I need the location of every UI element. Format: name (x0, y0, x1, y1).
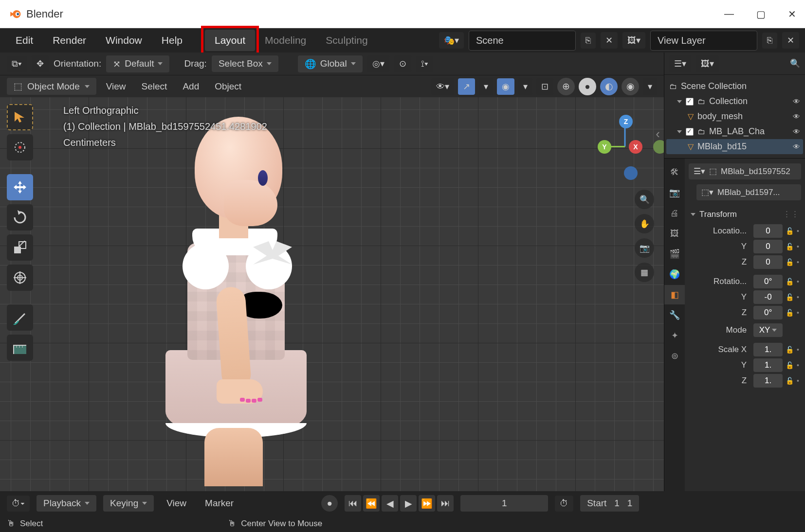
props-tab-world[interactable]: 🌍 (664, 265, 685, 284)
minimize-button[interactable]: — (724, 8, 734, 20)
location-z-value[interactable]: 0 (753, 255, 783, 269)
outliner-display-mode-icon[interactable]: ☰▾ (669, 55, 691, 72)
props-tab-viewlayer[interactable]: 🖼 (664, 224, 685, 243)
visibility-dropdown-icon[interactable]: 👁▾ (431, 78, 454, 95)
keyframe-dot-icon[interactable]: • (797, 309, 799, 317)
preview-range-icon[interactable]: ⏱ (555, 496, 573, 512)
delete-scene-icon[interactable]: ✕ (601, 32, 618, 49)
viewport-menu-select[interactable]: Select (136, 78, 173, 95)
scale-z-value[interactable]: 1. (753, 374, 783, 388)
menu-edit[interactable]: Edit (6, 30, 43, 51)
outliner-mesh-item-active[interactable]: ▽ MBlab_bd15 👁 (666, 139, 803, 154)
outliner-collection[interactable]: 🗀 Collection 👁 (666, 94, 803, 109)
props-tab-modifiers[interactable]: 🔧 (664, 305, 685, 325)
shading-wireframe-icon[interactable]: ⊕ (557, 78, 575, 95)
lock-icon[interactable]: 🔓 (786, 243, 794, 250)
props-tab-particles[interactable]: ✦ (664, 326, 685, 345)
next-keyframe-icon[interactable]: ⏩ (419, 495, 435, 512)
viewport-3d[interactable]: Left Orthographic (1) Collection | MBlab… (0, 97, 664, 491)
tool-cursor[interactable] (7, 134, 33, 160)
viewport-menu-add[interactable]: Add (177, 78, 205, 95)
tool-scale[interactable] (7, 234, 33, 261)
overlay-toggle-icon[interactable]: ◉ (497, 78, 514, 95)
outliner-scene-collection[interactable]: 🗀 Scene Collection (666, 79, 803, 94)
outliner-filter-icon[interactable]: 🖼▾ (696, 55, 719, 72)
mode-dropdown[interactable]: ⬚ Object Mode (7, 78, 96, 95)
jump-end-icon[interactable]: ⏭ (437, 495, 454, 512)
snap-icon[interactable]: ⧉▾ (7, 56, 27, 72)
scene-name-input[interactable] (469, 31, 576, 51)
lock-icon[interactable]: 🔓 (786, 278, 794, 285)
play-reverse-icon[interactable]: ◀ (382, 495, 398, 512)
drag-dropdown[interactable]: Select Box (212, 55, 278, 72)
menu-help[interactable]: Help (152, 30, 192, 51)
viewport-menu-object[interactable]: Object (209, 78, 247, 95)
proportional-edit-icon[interactable]: ◎▾ (367, 55, 389, 72)
overlay-options-icon[interactable]: ▾ (518, 78, 532, 95)
outliner-collection[interactable]: 🗀 MB_LAB_Cha 👁 (666, 124, 803, 139)
props-tab-scene[interactable]: 🎬 (664, 244, 685, 264)
search-icon[interactable]: 🔍 (790, 58, 800, 69)
rotation-x-value[interactable]: 0° (753, 275, 783, 288)
menu-window[interactable]: Window (96, 30, 152, 51)
location-y-value[interactable]: 0 (753, 240, 783, 253)
tool-annotate[interactable] (7, 304, 33, 331)
menu-render[interactable]: Render (43, 30, 96, 51)
props-breadcrumb-2[interactable]: ⬚▾ MBlab_bd1597... (696, 184, 801, 200)
browse-scene-icon[interactable]: 🎭▾ (439, 32, 464, 49)
navigation-gizmo[interactable]: X Y Z (601, 122, 649, 170)
axis-x[interactable]: X (629, 140, 642, 154)
toggle-ortho-icon[interactable]: ▦ (635, 263, 654, 282)
axis-neg-z[interactable] (624, 166, 638, 180)
snap-options-icon[interactable]: ⟟▾ (416, 56, 433, 72)
shading-options-icon[interactable]: ▾ (643, 78, 657, 95)
autokey-icon[interactable]: ● (321, 495, 338, 512)
visibility-icon[interactable]: 👁 (793, 112, 800, 121)
pan-icon[interactable]: ✋ (635, 214, 654, 233)
current-frame-input[interactable]: 1 (460, 495, 548, 512)
tool-move[interactable] (7, 174, 33, 200)
jump-start-icon[interactable]: ⏮ (345, 495, 361, 512)
camera-view-icon[interactable]: 📷 (635, 238, 654, 258)
shading-rendered-icon[interactable]: ◉ (622, 78, 639, 95)
keyframe-dot-icon[interactable]: • (797, 243, 799, 250)
browse-viewlayer-icon[interactable]: 🖼▾ (622, 32, 645, 49)
rotation-mode-dropdown[interactable]: XY (753, 323, 783, 337)
scale-x-value[interactable]: 1. (753, 343, 783, 356)
n-panel-toggle-icon[interactable]: ‹ (656, 126, 660, 142)
viewlayer-name-input[interactable] (650, 31, 757, 51)
location-x-value[interactable]: 0 (753, 224, 783, 238)
shading-solid-icon[interactable]: ● (579, 78, 596, 95)
gizmo-toggle-icon[interactable]: ↗ (458, 78, 475, 95)
axis-y[interactable]: Y (598, 140, 611, 154)
props-tab-object[interactable]: ◧ (664, 285, 685, 304)
gizmo-options-icon[interactable]: ▾ (479, 78, 493, 95)
scale-y-value[interactable]: 1. (753, 358, 783, 372)
collection-checkbox[interactable] (686, 128, 694, 136)
orientation-dropdown[interactable]: ⤧ Default (106, 55, 169, 72)
props-tab-render[interactable]: 📷 (664, 183, 685, 202)
axis-neg-y[interactable] (653, 140, 664, 154)
expand-icon[interactable] (677, 130, 682, 133)
workspace-tab-modeling[interactable]: Modeling (255, 30, 316, 51)
lock-icon[interactable]: 🔓 (786, 258, 794, 266)
props-tab-tool[interactable]: 🛠 (664, 162, 685, 182)
xray-icon[interactable]: ⊡ (536, 78, 553, 95)
keying-dropdown[interactable]: Keying (103, 495, 154, 512)
visibility-icon[interactable]: 👁 (793, 127, 800, 136)
lock-icon[interactable]: 🔓 (786, 361, 794, 369)
axis-z[interactable]: Z (619, 115, 633, 128)
props-breadcrumb-1[interactable]: ☰▾ ⬚ MBlab_bd1597552 (689, 163, 801, 179)
keyframe-dot-icon[interactable]: • (797, 346, 799, 354)
expand-icon[interactable] (677, 100, 682, 103)
lock-icon[interactable]: 🔓 (786, 293, 794, 301)
timeline-editor-type-icon[interactable]: ⏱▾ (7, 496, 30, 512)
tool-rotate[interactable] (7, 204, 33, 231)
move-gizmo-icon[interactable]: ✥ (32, 55, 49, 72)
workspace-tab-sculpting[interactable]: Sculpting (316, 30, 377, 51)
end-frame-input[interactable]: 1 (627, 498, 633, 509)
snap-toggle-icon[interactable]: ⊙ (394, 55, 411, 72)
visibility-icon[interactable]: 👁 (793, 97, 800, 106)
rotation-z-value[interactable]: 0° (753, 306, 783, 319)
section-menu-icon[interactable]: ⋮⋮ (783, 209, 799, 219)
